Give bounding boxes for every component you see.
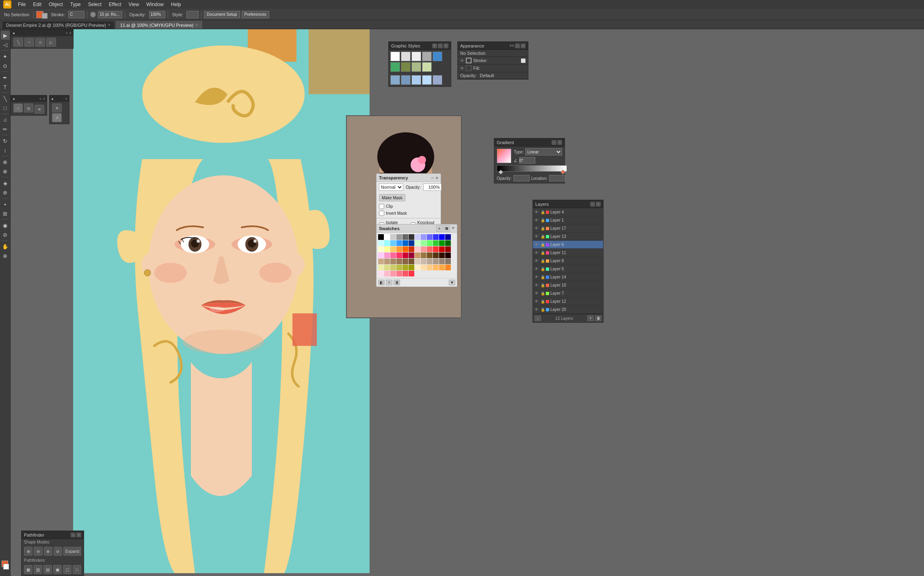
stroke-weight-input[interactable] <box>98 11 122 18</box>
style-swatch-13[interactable] <box>433 75 442 85</box>
swatch-18[interactable] <box>415 240 420 246</box>
stroke-swatch[interactable] <box>42 13 48 19</box>
gradient-location-input[interactable] <box>549 175 565 181</box>
eyedropper-tool[interactable]: ⊘ <box>1 230 10 239</box>
rotate-tool[interactable]: ↻ <box>1 136 10 145</box>
swatch-39[interactable] <box>396 252 402 258</box>
layer-lock-4[interactable]: 🔒 <box>541 243 545 247</box>
shape-minus-front[interactable]: ⊖ <box>34 547 42 556</box>
layer-row-4[interactable]: 👁 🔒 Layer 6 <box>533 241 603 249</box>
swatch-34[interactable] <box>439 246 445 252</box>
swatch-7[interactable] <box>421 234 426 240</box>
zoom-tool[interactable]: ⊕ <box>1 251 10 260</box>
layer-lock-11[interactable]: 🔒 <box>541 300 545 304</box>
swatch-30[interactable] <box>415 246 420 252</box>
swatches-close[interactable]: × <box>452 225 454 232</box>
swatch-54[interactable] <box>415 259 420 264</box>
swatch-37[interactable] <box>384 252 390 258</box>
swatch-0[interactable] <box>378 234 384 240</box>
pathfinder-close[interactable]: × <box>76 533 81 537</box>
swatches-grid-view[interactable]: ⊞ <box>444 225 450 232</box>
scale-tool[interactable]: ⊕ <box>1 157 10 166</box>
swatch-15[interactable] <box>396 240 402 246</box>
swatch-63[interactable] <box>396 265 402 270</box>
pf-minus-back[interactable]: □ <box>73 565 81 574</box>
layer-lock-3[interactable]: 🔒 <box>541 235 545 239</box>
swatch-17[interactable] <box>409 240 414 246</box>
graphic-styles-menu[interactable]: ≡ <box>432 43 437 48</box>
swatch-9[interactable] <box>433 234 439 240</box>
swatch-71[interactable] <box>445 265 451 270</box>
style-swatch-2[interactable] <box>411 52 421 61</box>
transparency-close[interactable]: × <box>436 175 438 180</box>
transform-btn-1[interactable]: ✕ <box>52 104 62 112</box>
swatch-70[interactable] <box>439 265 445 270</box>
layer-row-6[interactable]: 👁 🔒 Layer 8 <box>533 257 603 265</box>
swatch-60[interactable] <box>378 265 384 270</box>
clip-checkbox[interactable] <box>379 204 384 209</box>
swatch-50[interactable] <box>390 259 396 264</box>
gradient-close[interactable]: × <box>557 140 562 145</box>
hand-tool[interactable]: ✋ <box>1 242 10 251</box>
swatch-38[interactable] <box>390 252 396 258</box>
brush-btn-2[interactable]: ~ <box>24 38 34 47</box>
stroke-panel-close[interactable]: × <box>43 97 45 101</box>
layer-lock-12[interactable]: 🔒 <box>541 308 545 312</box>
layer-lock-10[interactable]: 🔒 <box>541 291 545 296</box>
layer-row-5[interactable]: 👁 🔒 Layer 11 <box>533 249 603 257</box>
magic-wand-tool[interactable]: ✦ <box>1 52 10 61</box>
layer-row-10[interactable]: 👁 🔒 Layer 7 <box>533 289 603 298</box>
appearance-close[interactable]: × <box>521 43 526 48</box>
appearance-fill-row[interactable]: 👁 Fill: <box>458 65 528 72</box>
swatch-75[interactable] <box>396 271 402 276</box>
paintbrush-tool[interactable]: ♫ <box>1 115 10 124</box>
swatch-21[interactable] <box>433 240 439 246</box>
pencil-tool[interactable]: ✏ <box>1 125 10 134</box>
swatch-68[interactable] <box>427 265 433 270</box>
swatch-55[interactable] <box>421 259 426 264</box>
brush-btn-3[interactable]: ⊃ <box>35 38 45 47</box>
swatch-1[interactable] <box>384 234 390 240</box>
brush-btn-1[interactable]: ╲ <box>13 38 23 47</box>
swatch-11[interactable] <box>445 234 451 240</box>
layer-eye-3[interactable]: 👁 <box>534 234 539 239</box>
swatch-46[interactable] <box>439 252 445 258</box>
invert-mask-checkbox[interactable] <box>379 211 384 216</box>
style-swatch-10[interactable] <box>401 75 411 85</box>
swatch-69[interactable] <box>433 265 439 270</box>
swatch-26[interactable] <box>390 246 396 252</box>
stroke-btn-3[interactable]: ✕ <box>35 105 44 114</box>
menu-type[interactable]: Type <box>67 1 84 8</box>
swatch-28[interactable] <box>402 246 408 252</box>
pathfinder-collapse[interactable]: – <box>71 533 76 537</box>
tab-1[interactable]: 11.ai @ 100% (CMYK/GPU Preview) × <box>116 21 202 29</box>
brush-panel-expand[interactable]: + <box>65 31 68 35</box>
swatch-3[interactable] <box>396 234 402 240</box>
pen-tool[interactable]: ✒ <box>1 73 10 82</box>
stroke-btn-2[interactable]: ◎ <box>24 104 33 112</box>
appearance-collapse[interactable]: – <box>515 43 520 48</box>
swatches-menu[interactable]: ▼ <box>449 280 455 285</box>
swatch-74[interactable] <box>390 271 396 276</box>
swatch-35[interactable] <box>445 246 451 252</box>
transform-btn-2[interactable]: ↗ <box>52 113 62 122</box>
gradient-opacity-input[interactable] <box>513 175 530 181</box>
style-swatch-3[interactable] <box>422 52 432 61</box>
layer-eye-11[interactable]: 👁 <box>534 299 539 304</box>
swatch-56[interactable] <box>427 259 433 264</box>
expand-btn[interactable]: Expand <box>63 547 81 556</box>
layers-collapse[interactable]: – <box>590 202 595 207</box>
style-swatch-6[interactable] <box>401 62 411 72</box>
symbol-tool[interactable]: ⊛ <box>1 188 10 197</box>
menu-edit[interactable]: Edit <box>30 1 45 8</box>
reflect-tool[interactable]: ↕ <box>1 146 10 155</box>
stroke-visibility-eye[interactable]: 👁 <box>460 58 464 63</box>
swatch-4[interactable] <box>402 234 408 240</box>
mesh-tool[interactable]: ⊞ <box>1 209 10 218</box>
gradient-collapse[interactable]: – <box>552 140 556 145</box>
style-swatch-8[interactable] <box>422 62 432 72</box>
stroke-btn-1[interactable]: ○ <box>13 104 23 112</box>
gradient-preview-swatch[interactable] <box>497 149 511 163</box>
layer-eye-5[interactable]: 👁 <box>534 250 539 255</box>
swatch-10[interactable] <box>439 234 445 240</box>
